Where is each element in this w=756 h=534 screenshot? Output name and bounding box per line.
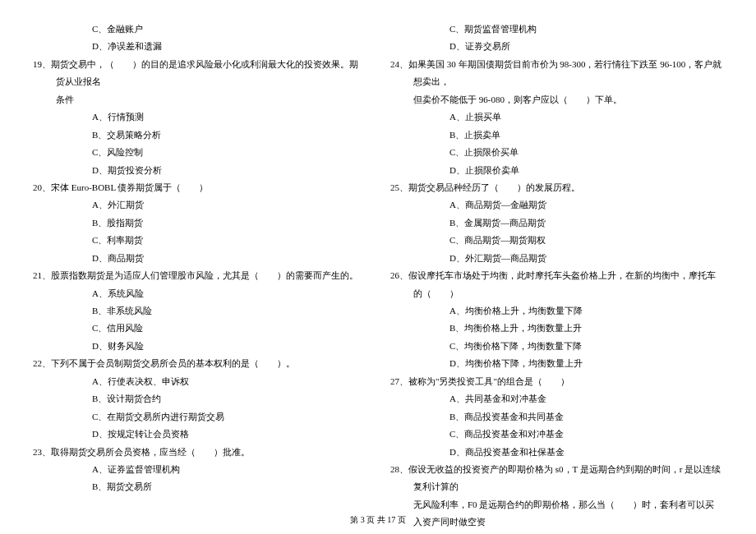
option-line: C、商品投资基金和对冲基金 (390, 426, 723, 443)
option-line: C、风险控制 (33, 144, 366, 161)
option-line: A、系统风险 (33, 285, 366, 302)
option-line: A、共同基金和对冲基金 (390, 390, 723, 407)
option-line: A、证券监督管理机构 (33, 461, 366, 478)
option-line: B、均衡价格上升，均衡数量上升 (390, 320, 723, 337)
option-line: D、证券交易所 (390, 38, 723, 55)
option-line: A、止损买单 (390, 108, 723, 126)
option-line: B、金属期货—商品期货 (390, 214, 723, 232)
option-line: D、外汇期货—商品期货 (390, 250, 723, 267)
option-line: C、商品期货—期货期权 (390, 232, 723, 249)
option-line: A、商品期货—金融期货 (390, 196, 723, 214)
option-line: C、止损限价买单 (390, 144, 723, 161)
option-line: C、金融账户 (33, 21, 366, 38)
option-line: C、利率期货 (33, 232, 366, 249)
right-column: C、期货监督管理机构D、证券交易所24、如果美国 30 年期国债期货目前市价为 … (390, 21, 723, 497)
question-line: 22、下列不属于会员制期货交易所会员的基本权利的是（ ）。 (33, 355, 366, 372)
left-column: C、金融账户D、净误差和遗漏19、期货交易中，（ ）的目的是追求风险最小化或利润… (33, 21, 366, 497)
option-line: D、期货投资分析 (33, 162, 366, 179)
question-line: 28、假设无收益的投资资产的即期价格为 s0，T 是远期合约到期的时间，r 是以… (390, 461, 723, 496)
option-line: B、非系统风险 (33, 302, 366, 320)
option-line: A、均衡价格上升，均衡数量下降 (390, 302, 723, 320)
question-line: 25、期货交易品种经历了（ ）的发展历程。 (390, 179, 723, 196)
question-continuation: 但卖价不能低于 96-080，则客户应以（ ）下单。 (390, 91, 723, 108)
option-line: D、净误差和遗漏 (33, 38, 366, 55)
option-line: D、商品投资基金和社保基金 (390, 444, 723, 461)
question-line: 19、期货交易中，（ ）的目的是追求风险最小化或利润最大化的投资效果。期货从业报… (33, 56, 366, 91)
option-line: C、信用风险 (33, 320, 366, 337)
option-line: D、商品期货 (33, 250, 366, 267)
option-line: D、按规定转让会员资格 (33, 426, 366, 443)
option-line: D、财务风险 (33, 338, 366, 355)
option-line: B、商品投资基金和共同基金 (390, 408, 723, 426)
question-line: 21、股票指数期货是为适应人们管理股市风险，尤其是（ ）的需要而产生的。 (33, 267, 366, 284)
question-line: 20、宋体 Euro-BOBL 债券期货属于（ ） (33, 179, 366, 196)
option-line: D、均衡价格下降，均衡数量上升 (390, 355, 723, 372)
option-line: D、止损限价卖单 (390, 162, 723, 179)
question-line: 26、假设摩托车市场处于均衡，此时摩托车头盔价格上升，在新的均衡中，摩托车的（ … (390, 267, 723, 302)
option-line: A、行情预测 (33, 108, 366, 126)
option-line: A、外汇期货 (33, 196, 366, 214)
option-line: B、交易策略分析 (33, 127, 366, 144)
option-line: C、均衡价格下降，均衡数量下降 (390, 338, 723, 355)
question-line: 27、被称为"另类投资工具"的组合是（ ） (390, 373, 723, 390)
option-line: B、股指期货 (33, 214, 366, 232)
option-line: A、行使表决权、申诉权 (33, 373, 366, 390)
option-line: C、在期货交易所内进行期货交易 (33, 408, 366, 426)
option-line: B、期货交易所 (33, 478, 366, 495)
option-line: B、止损卖单 (390, 127, 723, 144)
question-continuation: 条件 (33, 91, 366, 108)
option-line: B、设计期货合约 (33, 390, 366, 407)
two-column-layout: C、金融账户D、净误差和遗漏19、期货交易中，（ ）的目的是追求风险最小化或利润… (33, 21, 723, 497)
question-line: 24、如果美国 30 年期国债期货目前市价为 98-300，若行情往下跌至 96… (390, 56, 723, 91)
page-footer: 第 3 页 共 17 页 (0, 514, 756, 526)
option-line: C、期货监督管理机构 (390, 21, 723, 38)
question-line: 23、取得期货交易所会员资格，应当经（ ）批准。 (33, 444, 366, 461)
